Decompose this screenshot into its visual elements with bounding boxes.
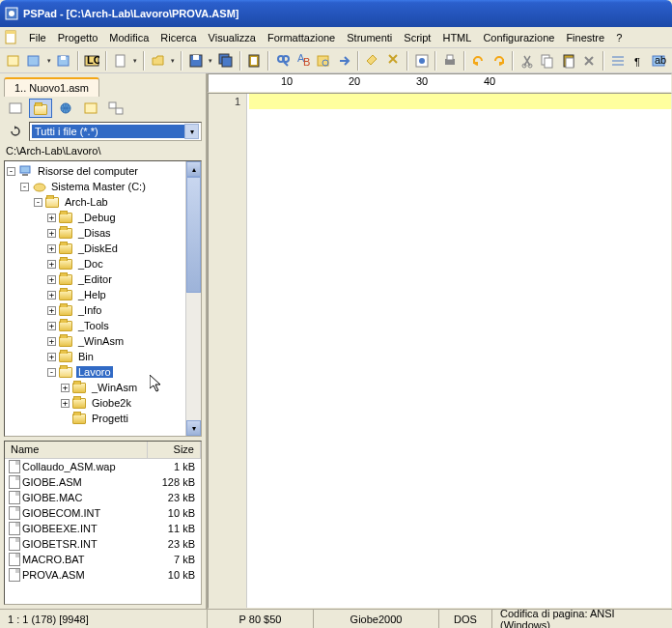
panel-btn-3[interactable] bbox=[79, 99, 102, 118]
file-row[interactable]: GIOBEEXE.INT11 kB bbox=[5, 521, 201, 536]
menu-strumenti[interactable]: Strumenti bbox=[341, 30, 398, 45]
file-row[interactable]: GIOBE.MAC23 kB bbox=[5, 490, 201, 505]
panel-btn-4[interactable] bbox=[104, 99, 127, 118]
tree-node[interactable]: +_Help bbox=[7, 287, 199, 302]
menu-modifica[interactable]: Modifica bbox=[103, 30, 154, 45]
file-row[interactable]: PROVA.ASM10 kB bbox=[5, 567, 201, 583]
expand-icon[interactable]: - bbox=[7, 167, 15, 176]
tree-node[interactable]: -Risorse del computer bbox=[7, 163, 199, 179]
tree-node[interactable]: -Lavoro bbox=[7, 364, 199, 380]
goto-icon[interactable] bbox=[335, 51, 353, 71]
tree-scrollbar[interactable]: ▴ ▾ bbox=[185, 161, 201, 436]
print-icon[interactable] bbox=[440, 51, 459, 71]
preview-icon[interactable] bbox=[412, 51, 431, 71]
folder-tree[interactable]: -Risorse del computer-Sistema Master (C:… bbox=[4, 160, 202, 437]
save-all-icon[interactable] bbox=[216, 51, 235, 71]
tree-node[interactable]: +Giobe2k bbox=[7, 395, 199, 411]
tree-node[interactable]: -Arch-Lab bbox=[7, 194, 199, 210]
tree-node[interactable]: +_WinAsm bbox=[7, 380, 199, 395]
delete-icon[interactable] bbox=[580, 51, 599, 71]
panel-btn-1[interactable] bbox=[4, 99, 27, 118]
col-size[interactable]: Size bbox=[148, 442, 201, 458]
tree-node[interactable]: +_Doc bbox=[7, 256, 199, 271]
menu-finestre[interactable]: Finestre bbox=[560, 30, 610, 45]
expand-icon[interactable]: + bbox=[61, 399, 70, 408]
tree-node[interactable]: +_Tools bbox=[7, 318, 199, 333]
menu-ricerca[interactable]: Ricerca bbox=[154, 30, 202, 45]
undo-icon[interactable] bbox=[469, 51, 488, 71]
expand-icon[interactable]: + bbox=[61, 384, 70, 392]
text-editor[interactable]: 1 bbox=[208, 93, 672, 609]
find-files-icon[interactable] bbox=[315, 51, 333, 71]
scroll-up-icon[interactable]: ▴ bbox=[186, 161, 201, 177]
file-filter-combo[interactable]: Tutti i file (*.*) ▾ bbox=[29, 122, 202, 141]
lines-icon[interactable] bbox=[608, 51, 627, 71]
log-icon[interactable]: LOG bbox=[83, 51, 101, 71]
pilcrow-icon[interactable]: ¶ bbox=[629, 51, 647, 71]
tree-node[interactable]: +_Debug bbox=[7, 210, 199, 225]
file-name: PROVA.ASM bbox=[22, 569, 85, 581]
expand-icon[interactable]: + bbox=[47, 353, 56, 361]
expand-icon[interactable]: + bbox=[47, 244, 56, 253]
cut-icon[interactable] bbox=[518, 51, 536, 71]
project-new-icon[interactable] bbox=[4, 51, 22, 71]
svg-rect-3 bbox=[6, 31, 15, 34]
expand-icon[interactable]: - bbox=[34, 198, 42, 207]
expand-icon[interactable]: + bbox=[47, 229, 56, 238]
tree-node[interactable]: -Sistema Master (C:) bbox=[7, 179, 199, 194]
expand-icon[interactable]: + bbox=[47, 306, 56, 315]
file-row[interactable]: MACRO.BAT7 kB bbox=[5, 552, 201, 567]
ftp-button[interactable] bbox=[54, 99, 77, 118]
clipboard-icon[interactable] bbox=[245, 51, 264, 71]
file-row[interactable]: GIOBECOM.INT10 kB bbox=[5, 505, 201, 521]
open-file-icon[interactable] bbox=[149, 51, 167, 71]
tree-node[interactable]: +_DiskEd bbox=[7, 241, 199, 256]
file-row[interactable]: GIOBETSR.INT23 kB bbox=[5, 536, 201, 552]
expand-icon[interactable]: + bbox=[47, 291, 56, 300]
refresh-button[interactable] bbox=[4, 122, 27, 141]
wrap-icon[interactable]: ab bbox=[650, 51, 668, 71]
menu-html[interactable]: HTML bbox=[436, 30, 477, 45]
save-icon[interactable] bbox=[186, 51, 205, 71]
expand-icon[interactable]: + bbox=[47, 337, 56, 346]
file-row[interactable]: Collaudo_ASM.wap1 kB bbox=[5, 459, 201, 474]
tool2-icon[interactable] bbox=[384, 51, 403, 71]
file-tab[interactable]: 1.. Nuovo1.asm bbox=[4, 77, 99, 97]
col-name[interactable]: Name bbox=[5, 442, 148, 458]
file-list[interactable]: Name Size Collaudo_ASM.wap1 kBGIOBE.ASM1… bbox=[4, 441, 202, 605]
svg-text:ab: ab bbox=[655, 54, 666, 66]
tree-node[interactable]: +_WinAsm bbox=[7, 333, 199, 349]
menu-formattazione[interactable]: Formattazione bbox=[262, 30, 341, 45]
project-open-icon[interactable] bbox=[24, 51, 42, 71]
tree-node[interactable]: Progetti bbox=[7, 411, 199, 426]
expand-icon[interactable]: - bbox=[20, 183, 29, 191]
tree-node[interactable]: +_Editor bbox=[7, 271, 199, 287]
file-row[interactable]: GIOBE.ASM128 kB bbox=[5, 474, 201, 490]
find-icon[interactable] bbox=[273, 51, 292, 71]
tree-node[interactable]: +_Disas bbox=[7, 225, 199, 241]
menu-script[interactable]: Script bbox=[398, 30, 436, 45]
menu-progetto[interactable]: Progetto bbox=[52, 30, 104, 45]
copy-icon[interactable] bbox=[539, 51, 557, 71]
redo-icon[interactable] bbox=[490, 51, 508, 71]
menu-configurazione[interactable]: Configurazione bbox=[477, 30, 560, 45]
menu-visualizza[interactable]: Visualizza bbox=[203, 30, 262, 45]
tree-node[interactable]: +Bin bbox=[7, 349, 199, 364]
scroll-thumb[interactable] bbox=[186, 177, 201, 293]
menu-help[interactable]: ? bbox=[610, 30, 628, 45]
expand-icon[interactable]: + bbox=[47, 322, 56, 330]
new-file-icon[interactable] bbox=[111, 51, 129, 71]
menu-file[interactable]: File bbox=[23, 30, 52, 45]
tool1-icon[interactable] bbox=[363, 51, 381, 71]
folder-view-button[interactable] bbox=[29, 99, 52, 118]
project-save-icon[interactable] bbox=[54, 51, 72, 71]
replace-icon[interactable]: AB bbox=[294, 51, 312, 71]
expand-icon[interactable]: + bbox=[47, 214, 56, 222]
expand-icon[interactable]: + bbox=[47, 260, 56, 269]
tree-node[interactable]: +_Info bbox=[7, 302, 199, 318]
paste-icon[interactable] bbox=[559, 51, 577, 71]
expand-icon[interactable]: + bbox=[47, 275, 56, 284]
scroll-down-icon[interactable]: ▾ bbox=[186, 420, 201, 436]
expand-icon[interactable]: - bbox=[47, 368, 56, 377]
combo-arrow-icon[interactable]: ▾ bbox=[184, 124, 199, 139]
